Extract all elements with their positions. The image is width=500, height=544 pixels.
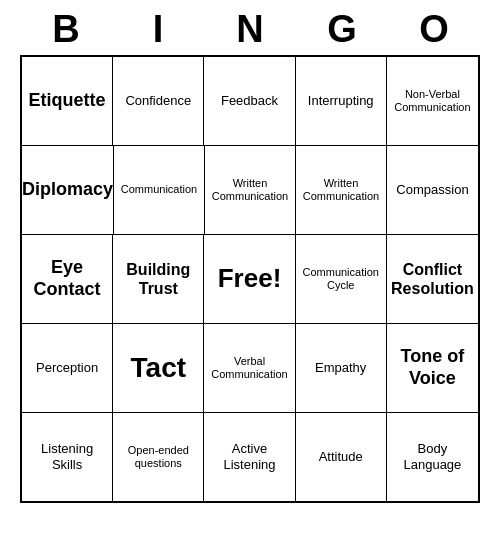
bingo-row-0: EtiquetteConfidenceFeedbackInterruptingN… (22, 57, 478, 146)
bingo-cell-2-2[interactable]: Free! (204, 235, 295, 323)
letter-n: N (210, 8, 290, 51)
bingo-cell-3-1[interactable]: Tact (113, 324, 204, 412)
bingo-cell-1-0[interactable]: Diplomacy (22, 146, 114, 234)
bingo-cell-0-4[interactable]: Non-Verbal Communication (387, 57, 478, 145)
letter-o: O (394, 8, 474, 51)
bingo-cell-1-1[interactable]: Communication (114, 146, 205, 234)
letter-i: I (118, 8, 198, 51)
bingo-header: B I N G O (20, 0, 480, 55)
bingo-cell-0-3[interactable]: Interrupting (296, 57, 387, 145)
bingo-cell-4-0[interactable]: Listening Skills (22, 413, 113, 501)
bingo-row-4: Listening SkillsOpen-ended questionsActi… (22, 413, 478, 501)
bingo-cell-4-4[interactable]: Body Language (387, 413, 478, 501)
bingo-cell-1-3[interactable]: Written Communication (296, 146, 387, 234)
bingo-row-1: DiplomacyCommunicationWritten Communicat… (22, 146, 478, 235)
bingo-cell-1-4[interactable]: Compassion (387, 146, 478, 234)
bingo-cell-0-0[interactable]: Etiquette (22, 57, 113, 145)
bingo-grid: EtiquetteConfidenceFeedbackInterruptingN… (20, 55, 480, 503)
bingo-cell-2-3[interactable]: Communication Cycle (296, 235, 387, 323)
bingo-cell-3-4[interactable]: Tone of Voice (387, 324, 478, 412)
bingo-cell-3-0[interactable]: Perception (22, 324, 113, 412)
bingo-row-2: Eye ContactBuilding TrustFree!Communicat… (22, 235, 478, 324)
bingo-cell-4-2[interactable]: Active Listening (204, 413, 295, 501)
letter-b: B (26, 8, 106, 51)
bingo-cell-2-1[interactable]: Building Trust (113, 235, 204, 323)
bingo-cell-0-1[interactable]: Confidence (113, 57, 204, 145)
bingo-cell-3-3[interactable]: Empathy (296, 324, 387, 412)
bingo-cell-0-2[interactable]: Feedback (204, 57, 295, 145)
bingo-row-3: PerceptionTactVerbal CommunicationEmpath… (22, 324, 478, 413)
bingo-cell-1-2[interactable]: Written Communication (205, 146, 296, 234)
bingo-cell-2-0[interactable]: Eye Contact (22, 235, 113, 323)
bingo-cell-4-3[interactable]: Attitude (296, 413, 387, 501)
letter-g: G (302, 8, 382, 51)
bingo-cell-3-2[interactable]: Verbal Communication (204, 324, 295, 412)
bingo-cell-4-1[interactable]: Open-ended questions (113, 413, 204, 501)
bingo-cell-2-4[interactable]: Conflict Resolution (387, 235, 478, 323)
